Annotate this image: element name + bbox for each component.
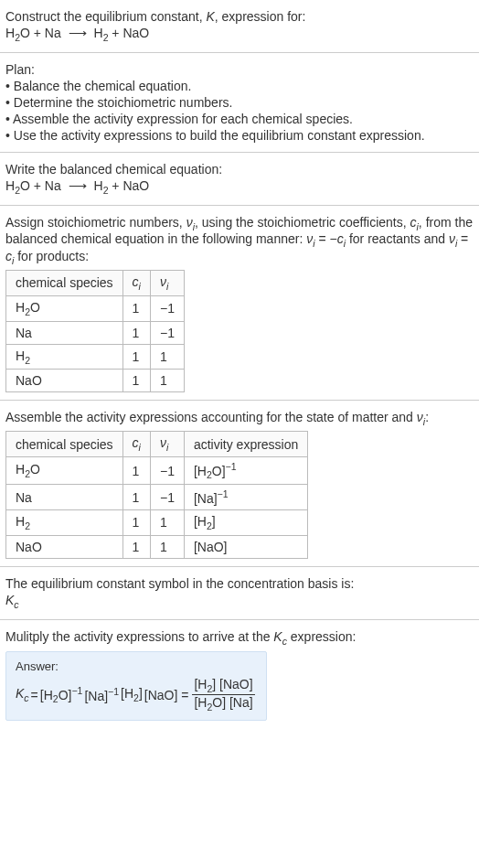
header-equation: H2O + Na ⟶ H2 + NaO (5, 26, 474, 43)
plan-title: Plan: (5, 62, 474, 77)
stoich-table: chemical species ci νi H2O 1 −1 Na 1 −1 … (5, 270, 185, 392)
table-row: H2 1 1 [H2] (6, 510, 308, 536)
symbol-line: The equilibrium constant symbol in the c… (5, 576, 474, 591)
eq-lhs: H2O + Na (5, 178, 61, 193)
fraction: [H2] [NaO] [H2O] [Na] (192, 677, 254, 713)
term3: [H2] (121, 686, 143, 703)
balanced-title: Write the balanced chemical equation: (5, 162, 474, 177)
answer-equation: Kc = [H2O]−1 [Na]−1 [H2] [NaO] = [H2] [N… (16, 677, 257, 713)
col-species: chemical species (6, 432, 123, 457)
stoich-intro: Assign stoichiometric numbers, νi, using… (5, 215, 474, 266)
plan-item: • Assemble the activity expression for e… (5, 112, 474, 126)
plan-item: • Balance the chemical equation. (5, 79, 474, 93)
table-row: H2 1 1 (6, 344, 185, 370)
col-nui: νi (150, 270, 184, 295)
multiply-line: Mulitply the activity expressions to arr… (5, 629, 474, 647)
table-row: Na 1 −1 (6, 321, 185, 344)
table-header-row: chemical species ci νi activity expressi… (6, 432, 308, 457)
col-nui: νi (150, 432, 184, 457)
construct-suffix: , expression for: (215, 9, 306, 24)
answer-label: Answer: (16, 659, 257, 673)
arrow-icon: ⟶ (65, 26, 90, 40)
balanced-equation: H2O + Na ⟶ H2 + NaO (5, 178, 474, 196)
plan-section: Plan: • Balance the chemical equation. •… (0, 53, 479, 153)
activity-table: chemical species ci νi activity expressi… (5, 431, 308, 559)
col-ci: ci (122, 270, 150, 295)
Kc-symbol: Kc (5, 593, 474, 610)
multiply-section: Mulitply the activity expressions to arr… (0, 620, 479, 728)
plan-item: • Use the activity expressions to build … (5, 128, 474, 143)
arrow-icon: ⟶ (65, 178, 90, 193)
K-symbol: K (206, 9, 214, 24)
denominator: [H2O] [Na] (192, 695, 254, 713)
activity-title: Assemble the activity expressions accoun… (5, 410, 474, 427)
symbol-section: The equilibrium constant symbol in the c… (0, 567, 479, 620)
construct-line: Construct the equilibrium constant, K, e… (5, 9, 474, 24)
term2: [Na]−1 (84, 686, 119, 703)
col-activity: activity expression (184, 432, 307, 457)
construct-prefix: Construct the equilibrium constant, (5, 9, 206, 24)
balanced-section: Write the balanced chemical equation: H2… (0, 153, 479, 206)
eq-rhs: H2 + NaO (94, 26, 150, 40)
Kc: Kc (16, 686, 29, 703)
table-row: Na 1 −1 [Na]−1 (6, 485, 308, 510)
eq-sign: = (31, 688, 38, 702)
col-species: chemical species (6, 270, 123, 295)
table-row: H2O 1 −1 (6, 295, 185, 321)
col-ci: ci (122, 432, 150, 457)
numerator: [H2] [NaO] (192, 677, 254, 695)
table-header-row: chemical species ci νi (6, 270, 185, 295)
plan-item: • Determine the stoichiometric numbers. (5, 95, 474, 110)
header-section: Construct the equilibrium constant, K, e… (0, 0, 479, 53)
table-row: H2O 1 −1 [H2O]−1 (6, 456, 308, 484)
table-row: NaO 1 1 (6, 370, 185, 392)
term4: [NaO] = (144, 688, 189, 702)
stoich-section: Assign stoichiometric numbers, νi, using… (0, 206, 479, 402)
eq-rhs: H2 + NaO (94, 178, 150, 193)
table-row: NaO 1 1 [NaO] (6, 535, 308, 558)
term1: [H2O]−1 (40, 685, 83, 704)
answer-box: Answer: Kc = [H2O]−1 [Na]−1 [H2] [NaO] =… (5, 651, 267, 721)
eq-lhs: H2O + Na (5, 26, 61, 40)
activity-section: Assemble the activity expressions accoun… (0, 401, 479, 567)
